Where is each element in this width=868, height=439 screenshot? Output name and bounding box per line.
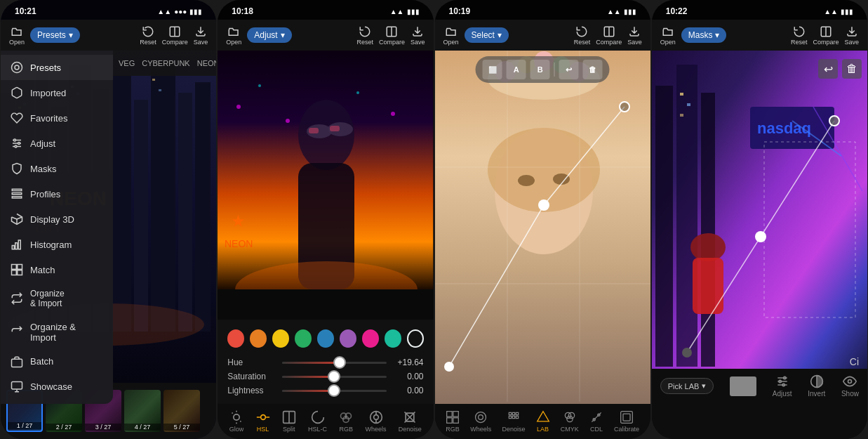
- menu-item-display3d[interactable]: Display 3D: [1, 207, 113, 232]
- menu-item-batch[interactable]: Batch: [1, 349, 113, 374]
- status-time-4: 10:22: [666, 6, 688, 16]
- color-circle-blue[interactable]: [317, 329, 334, 348]
- menu-item-organize[interactable]: Organize& Import: [1, 282, 113, 315]
- color-circle-green[interactable]: [295, 329, 312, 348]
- reset-button-2[interactable]: Reset: [356, 25, 373, 46]
- menu-item-transfer[interactable]: Organize & Import: [1, 315, 113, 349]
- svg-rect-117: [655, 86, 673, 367]
- color-circle-purple[interactable]: [340, 329, 356, 348]
- tool-calibrate-3[interactable]: Calibrate: [614, 410, 639, 433]
- hue-track[interactable]: [282, 362, 386, 364]
- tool-rgb[interactable]: RGB: [339, 410, 353, 433]
- phone-4: nasdaq ↩ 🗑: [652, 0, 867, 439]
- menu-item-masks[interactable]: Masks: [1, 156, 113, 181]
- color-circle-yellow[interactable]: [272, 329, 289, 348]
- status-bar-3: 10:19 ▲▲ ▮▮▮: [435, 0, 650, 20]
- float-a-btn[interactable]: A: [507, 60, 526, 79]
- status-bar-2: 10:18 ▲▲ ▮▮▮: [218, 0, 433, 20]
- compare-button-1[interactable]: Compare: [162, 25, 188, 46]
- mask-trash-btn[interactable]: 🗑: [842, 59, 862, 79]
- svg-point-139: [783, 376, 785, 379]
- tool-wheels[interactable]: Wheels: [366, 410, 387, 433]
- preset-tab-neon[interactable]: NEON: [197, 59, 217, 67]
- chevron-down-icon-3: ▾: [498, 30, 502, 40]
- tool-invert-4[interactable]: Invert: [808, 374, 825, 398]
- color-circle-orange[interactable]: [250, 329, 267, 348]
- masks-dropdown-4[interactable]: Masks ▾: [681, 27, 727, 43]
- open-button-4[interactable]: Open: [660, 25, 676, 46]
- lightness-value: 0.00: [392, 386, 424, 395]
- saturation-track[interactable]: [282, 376, 386, 378]
- menu-item-favorites[interactable]: Favorites: [1, 105, 113, 131]
- select-dropdown-3[interactable]: Select ▾: [465, 27, 509, 43]
- tool-hsl[interactable]: HSL: [256, 410, 270, 433]
- float-b-btn[interactable]: B: [530, 60, 550, 79]
- svg-line-67: [232, 413, 233, 414]
- menu-item-presets[interactable]: Presets: [1, 55, 113, 80]
- save-button-4[interactable]: Save: [844, 25, 859, 46]
- reset-button-1[interactable]: Reset: [140, 25, 156, 46]
- thumb-5[interactable]: 5 / 27: [163, 390, 200, 432]
- color-circle-all[interactable]: [407, 329, 424, 348]
- reset-button-3[interactable]: Reset: [574, 25, 591, 46]
- city-night-svg: nasdaq: [652, 51, 867, 369]
- hue-thumb[interactable]: [333, 356, 346, 369]
- menu-item-profiles[interactable]: Profiles: [1, 181, 113, 207]
- save-button-1[interactable]: Save: [194, 25, 208, 46]
- tool-cmyk-3[interactable]: CMYK: [561, 410, 579, 433]
- cyberpunk-svg: ★ NEON: [218, 51, 433, 289]
- tool-adjust-4[interactable]: Adjust: [773, 374, 792, 398]
- lightness-fill: [282, 390, 334, 392]
- menu-item-histogram[interactable]: Histogram: [1, 232, 113, 257]
- status-time-2: 10:18: [232, 6, 253, 16]
- svg-rect-44: [18, 270, 22, 275]
- float-history-btn[interactable]: ↩: [559, 60, 579, 79]
- open-button-3[interactable]: Open: [443, 25, 459, 46]
- compare-button-4[interactable]: Compare: [813, 25, 839, 46]
- tool-split[interactable]: Split: [282, 410, 296, 433]
- preset-tab-cyberpunk[interactable]: CYBERPUNK: [142, 59, 189, 67]
- lightness-thumb[interactable]: [328, 384, 340, 397]
- lightness-track[interactable]: [282, 390, 386, 392]
- float-mask-btn[interactable]: ⬜: [483, 60, 502, 79]
- float-trash-btn[interactable]: 🗑: [583, 60, 603, 79]
- thumb-4[interactable]: 4 / 27: [124, 390, 161, 432]
- presets-dropdown-1[interactable]: Presets ▾: [30, 27, 80, 43]
- float-toolbar-3: ⬜ A B ↩ 🗑: [476, 56, 610, 83]
- mask-history-btn[interactable]: ↩: [818, 59, 838, 79]
- tool-glow[interactable]: Glow: [229, 410, 244, 433]
- color-circle-pink[interactable]: [362, 329, 379, 348]
- menu-item-adjust[interactable]: Adjust: [1, 131, 113, 156]
- open-button-1[interactable]: Open: [9, 25, 25, 46]
- svg-rect-46: [12, 381, 22, 389]
- toolbar-right-2: Reset Compare Save: [356, 25, 425, 46]
- adjust-dropdown-2[interactable]: Adjust ▾: [247, 27, 291, 43]
- tool-cdl-3[interactable]: CDL: [589, 410, 603, 433]
- preset-tab-veg[interactable]: VEG: [119, 59, 135, 67]
- tool-hslc[interactable]: HSL-C: [308, 410, 327, 433]
- tool-wheels-3[interactable]: Wheels: [470, 410, 491, 433]
- compare-button-2[interactable]: Compare: [379, 25, 405, 46]
- open-button-2[interactable]: Open: [226, 25, 241, 46]
- tool-rgb-3[interactable]: RGB: [446, 410, 460, 433]
- preset-tabs: VEG CYBERPUNK NEON N: [113, 51, 216, 76]
- tool-show-4[interactable]: Show: [841, 374, 859, 398]
- menu-item-showcase[interactable]: Showcase: [1, 374, 113, 400]
- svg-point-51: [356, 91, 359, 94]
- saturation-thumb[interactable]: [328, 370, 340, 383]
- save-button-2[interactable]: Save: [410, 25, 425, 46]
- mask-swatch-gray[interactable]: [730, 376, 756, 396]
- tool-denoise[interactable]: Denoise: [399, 410, 422, 433]
- toolbar-3: Open Select ▾ Reset Compare Sav: [435, 20, 650, 51]
- svg-line-37: [12, 217, 18, 219]
- tool-denoise-3[interactable]: Denoise: [502, 410, 525, 433]
- reset-button-4[interactable]: Reset: [791, 25, 808, 46]
- save-button-3[interactable]: Save: [627, 25, 642, 46]
- pick-lab-dropdown[interactable]: Pick LAB ▾: [660, 378, 714, 394]
- color-circle-teal[interactable]: [385, 329, 401, 348]
- tool-lab-3[interactable]: LAB: [536, 410, 550, 433]
- menu-item-imported[interactable]: Imported: [1, 80, 113, 105]
- compare-button-3[interactable]: Compare: [596, 25, 622, 46]
- color-circle-red[interactable]: [227, 329, 244, 348]
- menu-item-match[interactable]: Match: [1, 257, 113, 282]
